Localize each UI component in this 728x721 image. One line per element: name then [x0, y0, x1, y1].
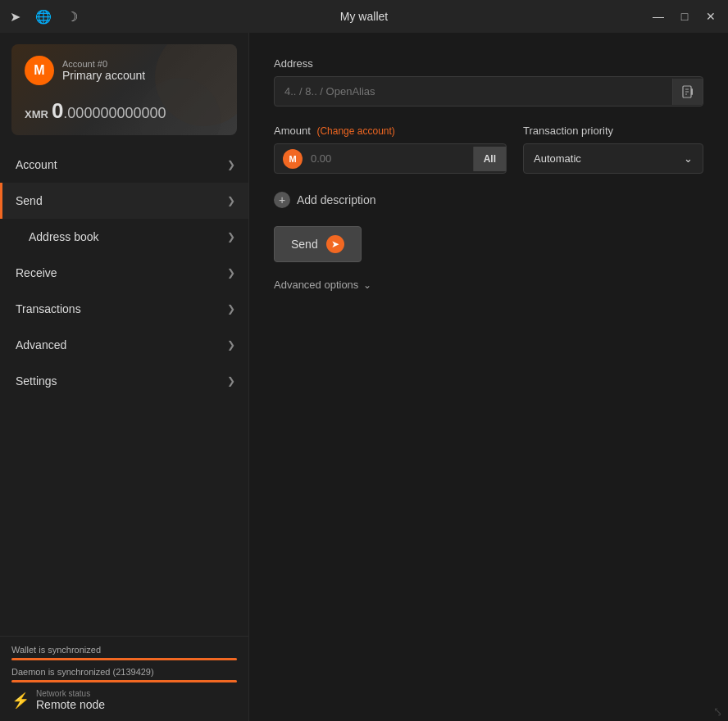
- nav-send-label: Send: [16, 194, 43, 207]
- chevron-right-icon: ❯: [227, 303, 235, 315]
- wallet-sync-label: Wallet is synchronized: [11, 645, 237, 655]
- chevron-down-icon: ⌄: [363, 279, 371, 291]
- add-circle-icon: +: [274, 192, 290, 208]
- advanced-options-row[interactable]: Advanced options ⌄: [274, 279, 703, 291]
- network-status: ⚡ Network status Remote node: [11, 689, 237, 711]
- resize-handle-icon[interactable]: ⤣: [713, 705, 723, 718]
- network-status-label: Network status: [36, 689, 105, 698]
- window-title: My wallet: [340, 10, 388, 23]
- amount-block: Amount (Change account) M All: [274, 125, 507, 174]
- daemon-sync-bar: [11, 680, 237, 682]
- chevron-right-icon: ❯: [227, 195, 235, 206]
- chevron-right-icon: ❯: [227, 339, 235, 351]
- account-balance: XMR0.000000000000: [25, 98, 224, 124]
- moon-icon[interactable]: ☽: [66, 9, 78, 25]
- wallet-sync-bar: [11, 658, 237, 660]
- amount-input[interactable]: [311, 144, 473, 173]
- address-label: Address: [274, 57, 703, 70]
- account-name: Primary account: [62, 69, 145, 82]
- priority-select[interactable]: Automatic ⌄: [523, 143, 703, 174]
- maximize-icon[interactable]: □: [677, 9, 692, 24]
- priority-label: Transaction priority: [523, 125, 703, 137]
- amount-priority-row: Amount (Change account) M All Transactio…: [274, 125, 703, 174]
- balance-integer: 0: [52, 98, 63, 123]
- sidebar-item-receive[interactable]: Receive ❯: [0, 255, 248, 291]
- address-input-container: [274, 76, 703, 107]
- amount-monero-icon: M: [275, 149, 311, 169]
- globe-icon[interactable]: 🌐: [35, 9, 52, 25]
- all-button[interactable]: All: [473, 147, 506, 171]
- window-controls: — □ ✕: [651, 9, 718, 24]
- sidebar-item-settings[interactable]: Settings ❯: [0, 363, 248, 399]
- balance-amount: XMR0.000000000000: [25, 98, 224, 124]
- titlebar: ➤ 🌐 ☽ My wallet — □ ✕: [0, 0, 728, 33]
- send-button-label: Send: [291, 238, 318, 251]
- sidebar-item-account[interactable]: Account ❯: [0, 147, 248, 183]
- add-description-row[interactable]: + Add description: [274, 192, 703, 208]
- account-info: Account #0 Primary account: [62, 59, 145, 82]
- lightning-icon: ⚡: [11, 692, 30, 710]
- contacts-icon: [681, 85, 694, 98]
- close-icon[interactable]: ✕: [703, 9, 718, 24]
- nav-receive-label: Receive: [16, 266, 57, 279]
- monero-circle: M: [283, 149, 303, 169]
- network-text: Network status Remote node: [36, 689, 105, 711]
- nav-advanced-label: Advanced: [16, 338, 66, 351]
- main-layout: M Account #0 Primary account XMR0.000000…: [0, 33, 728, 721]
- chevron-right-icon: ❯: [227, 267, 235, 279]
- daemon-sync-label: Daemon is synchronized (2139429): [11, 667, 237, 677]
- amount-label: Amount (Change account): [274, 125, 507, 137]
- chevron-right-icon: ❯: [227, 375, 235, 387]
- sidebar-item-address-book[interactable]: Address book ❯: [0, 219, 248, 255]
- send-content: Address Amount (Change account): [249, 33, 728, 721]
- balance-decimals: .000000000000: [63, 105, 166, 121]
- daemon-sync-bar-fill: [11, 680, 237, 682]
- network-status-value: Remote node: [36, 698, 105, 711]
- add-description-label: Add description: [297, 193, 376, 206]
- sidebar-status: Wallet is synchronized Daemon is synchro…: [0, 636, 248, 721]
- priority-value: Automatic: [534, 152, 581, 165]
- account-card: M Account #0 Primary account XMR0.000000…: [11, 44, 237, 135]
- amount-input-container: M All: [274, 143, 507, 174]
- sidebar-item-advanced[interactable]: Advanced ❯: [0, 327, 248, 363]
- nav-address-book-label: Address book: [29, 230, 99, 243]
- chevron-down-icon: ⌄: [684, 152, 693, 165]
- priority-block: Transaction priority Automatic ⌄: [523, 125, 703, 174]
- advanced-options-label: Advanced options: [274, 279, 358, 291]
- sidebar: M Account #0 Primary account XMR0.000000…: [0, 33, 249, 721]
- account-header: M Account #0 Primary account: [25, 56, 224, 85]
- transfer-icon[interactable]: ➤: [10, 9, 20, 25]
- address-input[interactable]: [275, 77, 672, 106]
- nav-settings-label: Settings: [16, 374, 57, 388]
- nav-section: Account ❯ Send ❯ Address book ❯ Receive …: [0, 147, 248, 636]
- minimize-icon[interactable]: —: [651, 9, 666, 24]
- change-account-link[interactable]: (Change account): [316, 125, 394, 137]
- wallet-sync-bar-fill: [11, 658, 237, 660]
- sidebar-item-transactions[interactable]: Transactions ❯: [0, 291, 248, 327]
- chevron-right-icon: ❯: [227, 159, 235, 170]
- balance-currency: XMR: [25, 108, 48, 120]
- monero-logo: M: [25, 56, 54, 85]
- sidebar-item-send[interactable]: Send ❯: [0, 183, 248, 219]
- send-arrow-icon: ➤: [326, 235, 344, 253]
- chevron-right-icon: ❯: [227, 231, 235, 243]
- nav-account-label: Account: [16, 158, 57, 171]
- send-button[interactable]: Send ➤: [274, 226, 362, 262]
- titlebar-left-icons: ➤ 🌐 ☽: [10, 9, 78, 25]
- account-number: Account #0: [62, 59, 145, 69]
- address-book-button[interactable]: [672, 79, 703, 105]
- svg-rect-4: [691, 88, 693, 95]
- nav-transactions-label: Transactions: [16, 302, 81, 315]
